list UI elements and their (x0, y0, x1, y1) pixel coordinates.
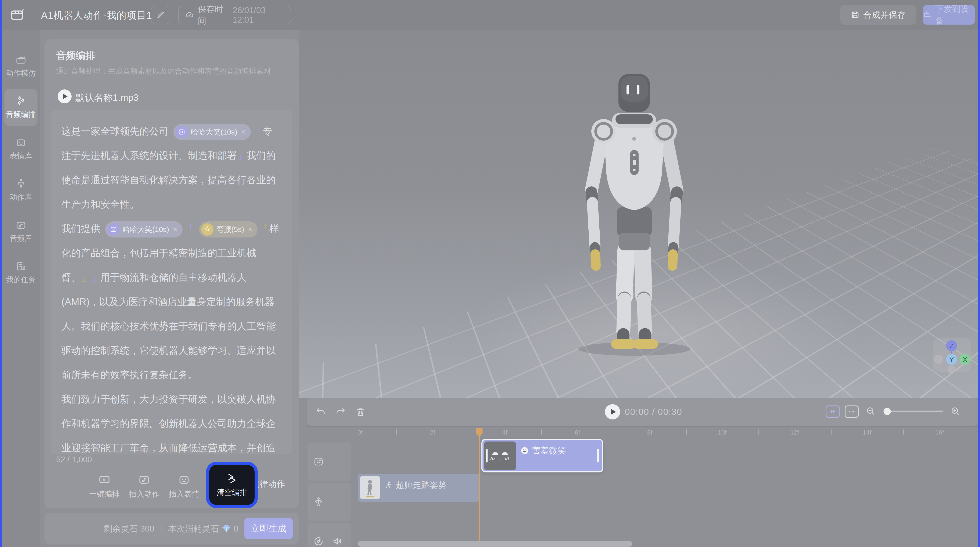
play-triangle-icon (611, 409, 616, 415)
synthesize-save-button[interactable]: 合成并保存 (840, 5, 916, 25)
track-header-action-track[interactable] (307, 483, 351, 521)
tag-bracket: 「 (185, 223, 194, 234)
focus-edge-right (978, 0, 980, 547)
redo-icon[interactable] (336, 407, 346, 417)
synthesize-save-label: 合成并保存 (863, 9, 906, 21)
clip-thumbnail (360, 476, 380, 500)
rename-project-button[interactable] (151, 6, 170, 24)
sidebar-item-label: 音频编排 (6, 110, 36, 120)
track-header-expression-track[interactable] (307, 443, 351, 481)
tasks-icon (16, 261, 27, 272)
timeline-clip-害羞微笑[interactable]: 害羞微笑 (481, 439, 603, 472)
clip-label: 害羞微笑 (520, 445, 566, 456)
audio-arrange-panel: 音频编排 通过音频处理，生成音频素材以及融合动作和表情的音频编排素材 默认名称1… (45, 39, 299, 509)
ruler-label: 16f (935, 429, 944, 436)
toolbar-button-2[interactable]: 插入表情 (165, 468, 203, 504)
trash-icon[interactable] (355, 407, 366, 417)
generate-now-button[interactable]: 立即生成 (244, 518, 293, 539)
play-triangle-icon (63, 94, 68, 99)
audio-file-name: 默认名称1.mp3 (75, 91, 138, 104)
tag-remove-icon[interactable]: × (241, 120, 246, 144)
action-tag[interactable]: 弯腰(5s) × (199, 222, 257, 238)
editor-text-segment: 我们提供 (61, 223, 100, 234)
zoom-out-icon[interactable] (865, 406, 876, 416)
ruler-label: 0f (357, 429, 363, 436)
clip-thumbnail (484, 442, 516, 471)
ruler-tick (686, 429, 687, 435)
sidebar-nav: 动作模仿 音频编排 表情库 动作库 音频库 我的任务 (2, 30, 40, 547)
time-display: 00:00 / 00:30 (625, 407, 682, 417)
toolbar-button-label: 清空编排 (217, 487, 247, 498)
axis-z-label: Z (950, 342, 954, 350)
tag-remove-icon[interactable]: × (248, 217, 253, 241)
sidebar-item-动作库[interactable]: 动作库 (5, 172, 38, 209)
script-editor[interactable]: 这是一家全球领先的公司 哈哈大笑(10s) × 「专注于先进机器人系统的设计、制… (51, 110, 292, 455)
sidebar-item-音频库[interactable]: 音频库 (5, 213, 38, 250)
axis-neg-z-dot[interactable] (948, 365, 956, 373)
track-header-audio-track[interactable] (307, 523, 351, 547)
speaker-track-icon[interactable] (332, 536, 343, 547)
face-track-icon[interactable] (313, 456, 324, 467)
expression-tag[interactable]: 哈哈大笑(10s) × (105, 222, 183, 238)
sidebar-item-音频编排[interactable]: 音频编排 (5, 89, 38, 126)
toolbar-button-1[interactable]: 插入动作 (126, 468, 163, 504)
delete-audio-icon[interactable] (267, 91, 277, 100)
zoom-in-icon[interactable] (950, 406, 960, 416)
clear-arrange-button-highlighted[interactable]: 清空编排 (206, 462, 258, 508)
pencil-icon (156, 10, 165, 20)
expression-tag[interactable]: 哈哈大笑(10s) × (173, 124, 251, 140)
svg-text:AI: AI (102, 477, 106, 482)
tag-label: 哈哈大笑(10s) (191, 120, 237, 144)
undo-icon[interactable] (316, 407, 326, 417)
toolbar-button-label: 一键编排 (89, 489, 120, 499)
robot-3d-model (540, 32, 731, 356)
fit-view-button[interactable] (845, 405, 859, 418)
slider-knob[interactable] (884, 408, 891, 415)
tag-label: 哈哈大笑(10s) (123, 217, 169, 241)
app-logo-icon (10, 7, 25, 22)
snap-toggle[interactable] (826, 405, 840, 418)
clip-trim-handle-right[interactable] (597, 449, 599, 462)
action-tag-circle (201, 223, 213, 236)
footer-divider: | (160, 524, 162, 533)
3d-viewport[interactable]: Z Y X (299, 30, 980, 398)
tag-bracket: 「 (253, 126, 262, 137)
top-bar: A1机器人动作-我的项目1 保存时间 26/01/03 12:01 合成并保存 … (0, 0, 980, 30)
toolbar-button-0[interactable]: AI 一键编排 (86, 468, 123, 504)
ruler-tick (831, 429, 832, 435)
sidebar-item-label: 我的任务 (6, 275, 36, 285)
timeline-zoom-slider[interactable] (883, 411, 943, 412)
insert-expression-icon (178, 473, 190, 486)
fit-icon (847, 407, 856, 416)
tag-bracket: 」 (237, 150, 247, 161)
timeline-scrollbar[interactable] (358, 541, 632, 547)
tag-label: 弯腰(5s) (216, 217, 244, 241)
editor-text-segment: 用于物流和仓储的自主移动机器人 (AMR)，以及为医疗和酒店业量身定制的服务机器… (61, 272, 276, 380)
sidebar-item-表情库[interactable]: 表情库 (5, 130, 38, 167)
timeline-play-button[interactable] (605, 404, 620, 419)
playhead-marker-icon[interactable] (476, 428, 483, 437)
sidebar-item-label: 表情库 (10, 151, 32, 161)
tag-remove-icon[interactable]: × (173, 217, 178, 241)
disc-track-icon[interactable] (313, 536, 324, 547)
ruler-tick (976, 429, 977, 435)
audio-play-button[interactable] (57, 89, 72, 104)
face-badge-icon (520, 446, 529, 455)
tag-star-icon (203, 225, 212, 233)
robot-download-icon (923, 10, 932, 19)
cost-value: 0 (234, 524, 239, 533)
person-track-icon[interactable] (313, 496, 324, 507)
axis-neg-x-dot[interactable] (934, 355, 943, 364)
playhead[interactable] (476, 428, 483, 437)
timeline-ruler[interactable]: 0f2f4f6f8f10f12f14f16f (307, 426, 978, 437)
clip-trim-handle-left[interactable] (486, 449, 488, 462)
expression-lib-icon (16, 137, 27, 148)
axis-gizmo[interactable]: Z Y X (932, 337, 974, 373)
sidebar-item-动作模仿[interactable]: 动作模仿 (5, 48, 38, 85)
sidebar-item-我的任务[interactable]: 我的任务 (5, 254, 38, 291)
timeline-clip-超帅走路姿势[interactable]: 超帅走路姿势 (358, 474, 479, 502)
deploy-label: 下发到设备 (935, 3, 975, 27)
deploy-to-device-button[interactable]: 下发到设备 (923, 5, 975, 25)
sidebar-item-label: 动作模仿 (6, 68, 36, 78)
ruler-label: 8f (647, 429, 652, 436)
